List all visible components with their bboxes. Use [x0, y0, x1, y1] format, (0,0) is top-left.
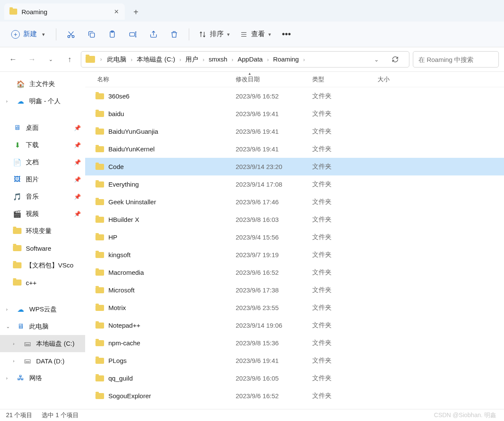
rename-icon[interactable]	[123, 25, 142, 44]
sidebar-item-onedrive[interactable]: › ☁ 明鑫 - 个人	[0, 92, 85, 110]
cell-type: 文件夹	[312, 233, 378, 241]
up-button[interactable]: ↑	[62, 52, 77, 67]
close-icon[interactable]: ×	[114, 7, 119, 16]
table-row[interactable]: Geek Uninstaller 2023/9/6 17:46 文件夹	[85, 193, 504, 211]
folder-icon	[86, 56, 95, 63]
header-date[interactable]: 修改日期	[236, 76, 312, 83]
sidebar-item-quick[interactable]: 🎬 视频 📌	[0, 205, 85, 222]
sidebar-item-label: 本地磁盘 (C:)	[36, 340, 74, 348]
sidebar-item-network[interactable]: › 🖧 网络	[0, 369, 85, 387]
table-row[interactable]: Motrix 2023/9/6 23:55 文件夹	[85, 299, 504, 317]
breadcrumb-item[interactable]: 用户	[183, 54, 201, 65]
disk-icon: 🖴	[23, 357, 32, 365]
delete-icon[interactable]	[165, 25, 184, 44]
sort-asc-icon: ▴	[249, 72, 251, 76]
chevron-right-icon[interactable]: ›	[6, 375, 12, 381]
sidebar-item-home[interactable]: 🏠 主文件夹	[0, 75, 85, 92]
cell-date: 2023/9/14 19:06	[236, 322, 312, 329]
sidebar-item-quick[interactable]: 🖥 桌面 📌	[0, 119, 85, 136]
table-row[interactable]: Macromedia 2023/9/6 16:52 文件夹	[85, 264, 504, 281]
pin-icon: 📌	[74, 194, 81, 200]
table-row[interactable]: SogouExplorer 2023/9/6 16:52 文件夹	[85, 387, 504, 405]
table-row[interactable]: Code 2023/9/14 23:20 文件夹	[85, 158, 504, 175]
cut-icon[interactable]	[61, 25, 80, 44]
table-row[interactable]: 360se6 2023/9/6 16:52 文件夹	[85, 87, 504, 105]
sidebar-item-wps[interactable]: › ☁ WPS云盘	[0, 301, 85, 318]
new-tab-button[interactable]: +	[128, 4, 144, 20]
cell-type: 文件夹	[312, 110, 378, 118]
breadcrumb-item[interactable]: 此电脑	[104, 54, 129, 65]
folder-icon	[95, 358, 104, 364]
sidebar-item-drive[interactable]: › 🖴 本地磁盘 (C:)	[0, 335, 85, 352]
file-list[interactable]: 名称▴ 修改日期 类型 大小 360se6 2023/9/6 16:52 文件夹…	[85, 72, 504, 409]
tab-roaming[interactable]: Roaming ×	[4, 3, 125, 20]
chevron-right-icon[interactable]: ›	[6, 98, 12, 104]
cell-type: 文件夹	[312, 198, 378, 206]
folder-icon	[95, 270, 104, 276]
header-name[interactable]: 名称▴	[95, 76, 236, 83]
table-row[interactable]: qq_guild 2023/9/6 16:05 文件夹	[85, 369, 504, 387]
new-button[interactable]: + 新建 ▾	[5, 26, 51, 42]
breadcrumb-item[interactable]: AppData	[235, 54, 265, 65]
view-button[interactable]: 查看 ▾	[236, 30, 275, 39]
table-row[interactable]: BaiduYunGuanjia 2023/9/6 19:41 文件夹	[85, 123, 504, 140]
copy-icon[interactable]	[82, 25, 101, 44]
table-row[interactable]: HP 2023/9/4 15:56 文件夹	[85, 228, 504, 246]
folder-icon	[95, 323, 104, 329]
table-row[interactable]: HBuilder X 2023/9/8 16:03 文件夹	[85, 211, 504, 228]
table-row[interactable]: Notepad++ 2023/9/14 19:06 文件夹	[85, 317, 504, 334]
cell-name: qq_guild	[95, 375, 236, 382]
sidebar-item-quick[interactable]: c++	[0, 274, 85, 291]
sidebar-item-quick[interactable]: 【文档包】VSco	[0, 257, 85, 274]
quick-icon: 🎵	[13, 193, 22, 200]
cloud-icon: ☁	[16, 97, 25, 105]
table-row[interactable]: PLogs 2023/9/6 19:41 文件夹	[85, 352, 504, 369]
content-area: 名称▴ 修改日期 类型 大小 360se6 2023/9/6 16:52 文件夹…	[85, 72, 504, 409]
table-row[interactable]: baidu 2023/9/6 19:41 文件夹	[85, 105, 504, 123]
network-icon: 🖧	[16, 374, 25, 382]
sidebar-item-thispc[interactable]: ⌄ 🖥 此电脑	[0, 318, 85, 335]
breadcrumb-item[interactable]: 本地磁盘 (C:)	[134, 54, 178, 65]
sidebar-item-quick[interactable]: 🖼 图片 📌	[0, 171, 85, 188]
table-row[interactable]: kingsoft 2023/9/7 19:19 文件夹	[85, 246, 504, 264]
chevron-down-icon[interactable]: ⌄	[6, 324, 12, 329]
chevron-right-icon[interactable]: ›	[13, 358, 19, 363]
header-type[interactable]: 类型	[312, 76, 378, 83]
refresh-button[interactable]	[387, 52, 403, 67]
table-row[interactable]: BaiduYunKernel 2023/9/6 19:41 文件夹	[85, 140, 504, 158]
sidebar-item-label: c++	[26, 279, 37, 286]
header-size[interactable]: 大小	[378, 76, 421, 83]
view-label: 查看	[251, 30, 265, 39]
paste-icon[interactable]	[103, 25, 122, 44]
table-row[interactable]: npm-cache 2023/9/8 15:36 文件夹	[85, 334, 504, 352]
sidebar-item-quick[interactable]: Software	[0, 240, 85, 257]
folder-icon	[95, 129, 104, 135]
sidebar-item-quick[interactable]: 🎵 音乐 📌	[0, 188, 85, 205]
sort-button[interactable]: 排序 ▾	[194, 30, 234, 39]
back-button[interactable]: ←	[5, 52, 21, 67]
chevron-right-icon[interactable]: ›	[6, 307, 12, 312]
recent-button[interactable]: ⌄	[43, 52, 58, 67]
chevron-right-icon[interactable]: ›	[13, 341, 19, 346]
chevron-down-icon[interactable]: ⌄	[369, 52, 384, 67]
cell-name: Notepad++	[95, 322, 236, 329]
breadcrumb[interactable]: › 此电脑›本地磁盘 (C:)›用户›smxsh›AppData›Roaming…	[81, 51, 409, 68]
table-row[interactable]: Everything 2023/9/14 17:08 文件夹	[85, 175, 504, 193]
breadcrumb-item[interactable]: smxsh	[206, 54, 230, 65]
cell-date: 2023/9/4 15:56	[236, 234, 312, 241]
breadcrumb-item[interactable]: Roaming	[270, 54, 301, 65]
sidebar-item-quick[interactable]: 📄 文档 📌	[0, 154, 85, 171]
search-input[interactable]	[413, 51, 499, 68]
sidebar-item-quick[interactable]: ⬇ 下载 📌	[0, 136, 85, 154]
cell-name: Geek Uninstaller	[95, 198, 236, 206]
folder-icon	[95, 252, 104, 258]
file-name: HP	[108, 234, 117, 241]
share-icon[interactable]	[144, 25, 163, 44]
sidebar-item-label: 环境变量	[26, 227, 52, 235]
more-button[interactable]: •••	[277, 25, 296, 44]
file-name: 360se6	[108, 92, 129, 100]
forward-button[interactable]: →	[24, 52, 40, 67]
sidebar-item-quick[interactable]: 环境变量	[0, 222, 85, 240]
sidebar-item-drive[interactable]: › 🖴 DATA (D:)	[0, 352, 85, 369]
table-row[interactable]: Microsoft 2023/9/6 17:38 文件夹	[85, 281, 504, 299]
